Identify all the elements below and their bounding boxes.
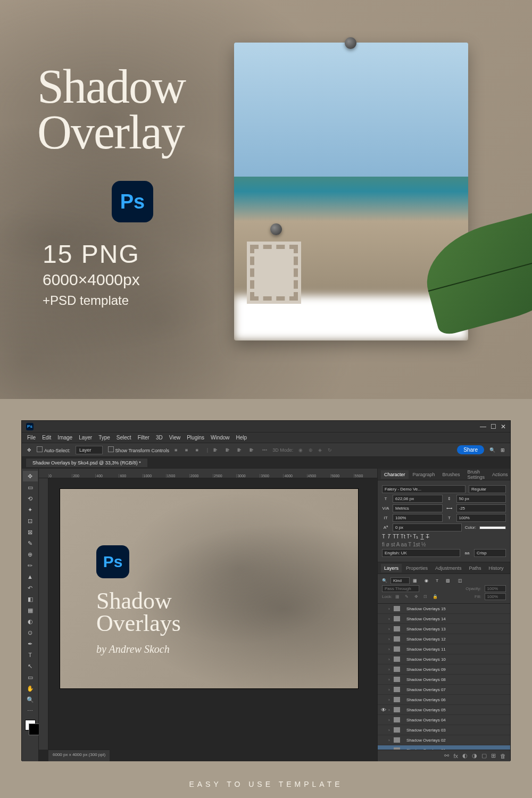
- workspace-icon[interactable]: ⊞: [501, 447, 505, 453]
- heal-tool[interactable]: ⊕: [23, 549, 38, 560]
- adjustment-icon[interactable]: ◑: [472, 752, 477, 759]
- layer-row[interactable]: ›Shadow Overlays 14: [378, 614, 510, 624]
- font-dropdown[interactable]: Falery - Demo Ve...: [382, 485, 466, 493]
- tracking-field[interactable]: -25: [456, 504, 506, 512]
- panel-tab[interactable]: Brushes: [439, 470, 463, 479]
- pen-tool[interactable]: ✒: [23, 638, 38, 649]
- chevron-icon[interactable]: ›: [388, 606, 394, 611]
- distribute-icons[interactable]: ⊪ ⊪ ⊪ ⊪: [213, 447, 257, 453]
- wand-tool[interactable]: ✦: [23, 504, 38, 515]
- chevron-icon[interactable]: ›: [388, 627, 394, 631]
- lasso-tool[interactable]: ⟲: [23, 493, 38, 504]
- chevron-icon[interactable]: ›: [388, 687, 394, 692]
- delete-icon[interactable]: 🗑: [500, 753, 506, 759]
- color-swatch[interactable]: [25, 720, 36, 730]
- layer-row[interactable]: ›Shadow Overlays 15: [378, 604, 510, 614]
- mask-icon[interactable]: ◐: [462, 752, 468, 759]
- new-layer-icon[interactable]: ⊞: [491, 752, 496, 759]
- eyedropper-tool[interactable]: ✎: [23, 538, 38, 548]
- layer-row[interactable]: ›Shadow Overlays 01: [378, 745, 510, 750]
- kerning-field[interactable]: Metrics: [393, 504, 443, 512]
- chevron-icon[interactable]: ›: [388, 738, 394, 743]
- gradient-tool[interactable]: ▦: [23, 605, 38, 616]
- menu-image[interactable]: Image: [57, 435, 72, 440]
- visibility-icon[interactable]: 👁: [381, 707, 388, 713]
- chevron-icon[interactable]: ›: [388, 667, 394, 672]
- share-button[interactable]: Share: [457, 445, 484, 454]
- move-tool-icon[interactable]: ✥: [27, 447, 31, 453]
- blend-mode-dropdown[interactable]: Pass Through: [382, 585, 419, 592]
- layer-row[interactable]: ›Shadow Overlays 08: [378, 675, 510, 685]
- menu-file[interactable]: File: [27, 435, 36, 440]
- layer-row[interactable]: ›Shadow Overlays 02: [378, 735, 510, 745]
- layer-row[interactable]: ›Shadow Overlays 09: [378, 664, 510, 675]
- frame-tool[interactable]: ⊠: [23, 527, 38, 537]
- eraser-tool[interactable]: ◧: [23, 594, 38, 604]
- chevron-icon[interactable]: ›: [388, 697, 394, 702]
- shape-tool[interactable]: ▭: [23, 672, 38, 683]
- filter-icons[interactable]: ▦ ◉ T ▨ ◫: [413, 578, 466, 583]
- crop-tool[interactable]: ⊡: [23, 516, 38, 526]
- menu-type[interactable]: Type: [98, 435, 110, 440]
- lang-dropdown[interactable]: English: UK: [382, 549, 460, 557]
- vscale-field[interactable]: 100%: [393, 514, 443, 522]
- hscale-field[interactable]: 100%: [456, 514, 506, 522]
- group-icon[interactable]: ▢: [481, 752, 487, 759]
- panel-tab[interactable]: Character: [381, 470, 409, 479]
- auto-select-dropdown[interactable]: Layer: [76, 446, 103, 454]
- fx-icon[interactable]: fx: [453, 753, 458, 759]
- antialias-dropdown[interactable]: Crisp: [474, 549, 506, 557]
- menu-layer[interactable]: Layer: [79, 435, 92, 440]
- menu-3d[interactable]: 3D: [156, 435, 163, 440]
- panel-tab[interactable]: Paragraph: [410, 470, 438, 479]
- panel-tab[interactable]: Paths: [466, 564, 485, 572]
- menu-window[interactable]: Window: [211, 435, 230, 440]
- marquee-tool[interactable]: ▭: [23, 482, 38, 493]
- chevron-icon[interactable]: ›: [388, 647, 394, 652]
- menu-edit[interactable]: Edit: [42, 435, 51, 440]
- layer-row[interactable]: ›Shadow Overlays 11: [378, 644, 510, 654]
- panel-tab[interactable]: Properties: [403, 564, 431, 572]
- menu-plugins[interactable]: Plugins: [187, 435, 204, 440]
- leading-field[interactable]: 50 px: [456, 495, 506, 503]
- chevron-icon[interactable]: ›: [388, 617, 394, 621]
- minimize-button[interactable]: —: [480, 423, 486, 430]
- menu-help[interactable]: Help: [236, 435, 247, 440]
- chevron-icon[interactable]: ›: [388, 728, 394, 733]
- hand-tool[interactable]: ✋: [23, 683, 38, 694]
- layer-row[interactable]: ›Shadow Overlays 07: [378, 685, 510, 695]
- text-style-icons[interactable]: T T TT Tt T¹ T₁ T T: [382, 534, 506, 539]
- stamp-tool[interactable]: ▲: [23, 571, 38, 582]
- layer-filter-dropdown[interactable]: Kind: [390, 577, 410, 584]
- opentype-icons[interactable]: fi ø st A aa T 1st ½: [382, 542, 506, 547]
- layer-row[interactable]: ›Shadow Overlays 03: [378, 725, 510, 735]
- path-tool[interactable]: ↖: [23, 661, 38, 671]
- layer-row[interactable]: ›Shadow Overlays 06: [378, 695, 510, 705]
- maximize-button[interactable]: ☐: [491, 423, 496, 430]
- panel-tab[interactable]: Brush Settings: [464, 468, 488, 481]
- panel-tab[interactable]: Layers: [381, 564, 402, 572]
- panel-tab[interactable]: Adjustments: [432, 564, 465, 572]
- baseline-field[interactable]: 0 px: [393, 523, 462, 531]
- menu-select[interactable]: Select: [117, 435, 131, 440]
- chevron-icon[interactable]: ›: [388, 637, 394, 642]
- close-button[interactable]: ✕: [501, 423, 506, 430]
- blur-tool[interactable]: ◐: [23, 616, 38, 627]
- panel-tab[interactable]: Actions: [489, 470, 511, 479]
- color-picker[interactable]: [479, 526, 506, 529]
- lock-icons[interactable]: ▦ ✎ ✥ ⊡ 🔒: [395, 594, 440, 599]
- canvas[interactable]: Ps Shadow Overlays by Andrew Skoch: [60, 489, 358, 688]
- chevron-icon[interactable]: ›: [388, 718, 394, 722]
- chevron-icon[interactable]: ›: [388, 708, 394, 712]
- align-icons[interactable]: ≡ ≡ ≡: [174, 447, 202, 453]
- layer-row[interactable]: ›Shadow Overlays 10: [378, 654, 510, 664]
- type-tool[interactable]: T: [23, 650, 38, 660]
- menu-filter[interactable]: Filter: [138, 435, 149, 440]
- layer-row[interactable]: ›Shadow Overlays 13: [378, 624, 510, 634]
- dodge-tool[interactable]: ⊙: [23, 627, 38, 638]
- opacity-field[interactable]: 100%: [485, 585, 506, 592]
- transform-checkbox[interactable]: [108, 446, 114, 452]
- chevron-icon[interactable]: ›: [388, 677, 394, 682]
- layer-row[interactable]: ›Shadow Overlays 04: [378, 715, 510, 725]
- font-size-field[interactable]: 622,06 px: [393, 495, 443, 503]
